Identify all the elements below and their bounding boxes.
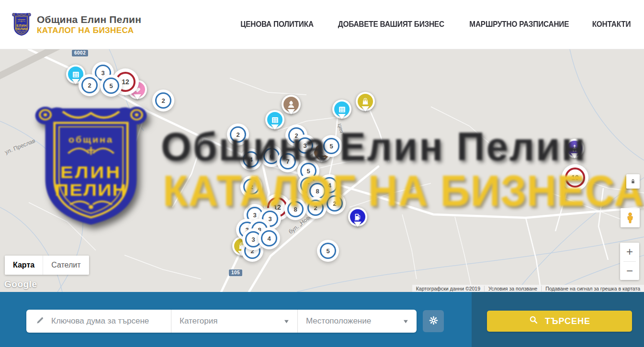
cluster-marker[interactable]: 3 — [247, 207, 263, 223]
category-pin-marker[interactable] — [565, 139, 584, 158]
worker-icon — [283, 97, 299, 112]
google-logo[interactable]: Google — [4, 279, 37, 290]
cluster-marker[interactable]: 2 — [230, 126, 246, 143]
bag-icon — [358, 94, 373, 109]
cluster-marker[interactable]: 2 — [243, 179, 260, 195]
map-type-satellite-button[interactable]: Сателит — [43, 256, 89, 275]
nav-item-add-business[interactable]: ДОБАВЕТЕ ВАШИЯТ БИЗНЕС — [338, 20, 444, 29]
cluster-marker[interactable]: 2 — [81, 77, 98, 93]
fuel-icon — [350, 209, 365, 224]
map-canvas[interactable]: ул. Преславбул. „Новоселция" 6002105 312… — [0, 49, 644, 292]
site-logo[interactable]: Община Елин Пелин КАТАЛОГ НА БИЗНЕСА — [11, 11, 141, 38]
zoom-out-button[interactable]: − — [620, 262, 639, 280]
nav-item-transport-schedule[interactable]: МАРШРУТНО РАЗПИСАНИЕ — [469, 20, 569, 29]
gear-icon — [429, 315, 439, 327]
location-dropdown-label: Местоположение — [306, 316, 371, 326]
category-pin-marker[interactable] — [265, 110, 284, 129]
cluster-marker[interactable]: 8 — [309, 183, 326, 199]
search-button-label: ТЪРСЕНЕ — [545, 316, 590, 326]
site-subtitle: КАТАЛОГ НА БИЗНЕСА — [37, 26, 141, 35]
cluster-marker[interactable]: 5 — [300, 163, 316, 179]
header: Община Елин Пелин КАТАЛОГ НА БИЗНЕСА ЦЕН… — [0, 0, 644, 49]
map-type-map-button[interactable]: Карта — [5, 256, 43, 275]
chevron-down-icon: ▼ — [283, 318, 290, 324]
category-pin-marker[interactable] — [332, 100, 351, 119]
cluster-marker[interactable]: 4 — [243, 151, 259, 168]
church-icon — [567, 141, 582, 156]
cluster-marker[interactable]: 5 — [323, 138, 339, 154]
factory-icon — [334, 101, 350, 117]
cluster-marker[interactable]: 3 — [245, 231, 261, 247]
chevron-down-icon: ▼ — [402, 318, 409, 324]
cluster-marker[interactable]: 2 — [155, 92, 171, 109]
search-bar-left: Категория ▼ Местоположение ▼ — [0, 292, 472, 347]
factory-icon — [267, 112, 282, 127]
category-dropdown[interactable]: Категория ▼ — [171, 310, 297, 333]
nav-item-contacts[interactable]: КОНТАКТИ — [592, 20, 631, 29]
zoom-in-button[interactable]: + — [620, 243, 639, 261]
advanced-settings-button[interactable] — [423, 310, 444, 332]
main-nav: ЦЕНОВА ПОЛИТИКА ДОБАВЕТЕ ВАШИЯТ БИЗНЕС М… — [239, 20, 632, 29]
cluster-marker[interactable]: 10 — [565, 168, 585, 188]
search-input-group: Категория ▼ Местоположение ▼ — [26, 310, 417, 333]
site-title: Община Елин Пелин — [37, 14, 141, 25]
search-bar-right: ТЪРСЕНЕ — [472, 292, 644, 347]
search-bar: Категория ▼ Местоположение ▼ ТЪРСЕНЕ — [0, 292, 644, 347]
cluster-marker[interactable]: 6 — [263, 148, 280, 164]
cluster-marker[interactable]: 5 — [320, 243, 336, 259]
cluster-marker[interactable]: 7 — [280, 153, 296, 169]
search-icon — [529, 315, 539, 327]
keyword-search-input[interactable] — [51, 316, 171, 326]
map-attribution: Картографски данни ©2019 Условия за полз… — [412, 285, 644, 292]
category-pin-marker[interactable] — [356, 92, 375, 111]
municipality-crest-icon — [11, 11, 32, 38]
attribution-report-link[interactable]: Подаване на сигнал за грешка в картата — [541, 286, 644, 291]
keyword-field-wrapper — [26, 310, 171, 333]
nav-item-pricing[interactable]: ЦЕНОВА ПОЛИТИКА — [240, 20, 314, 29]
factory-icon — [68, 67, 83, 82]
cluster-marker[interactable]: 3 — [297, 137, 313, 154]
map-type-control: Карта Сателит — [5, 256, 89, 275]
cluster-marker[interactable]: 5 — [103, 78, 119, 94]
cluster-marker[interactable]: 2 — [307, 200, 324, 216]
category-pin-marker[interactable] — [348, 207, 367, 226]
category-pin-marker[interactable] — [282, 95, 301, 114]
attribution-data: Картографски данни ©2019 — [412, 286, 484, 291]
lock-icon[interactable] — [626, 174, 640, 189]
pegman-icon[interactable] — [621, 208, 640, 227]
cluster-marker[interactable]: 2 — [327, 195, 343, 212]
attribution-terms-link[interactable]: Условия за ползване — [484, 286, 541, 291]
map-markers-layer: 312252223564752748221283338234510 — [0, 49, 644, 292]
category-dropdown-label: Категория — [180, 316, 217, 326]
search-button[interactable]: ТЪРСЕНЕ — [487, 311, 632, 332]
cluster-marker[interactable]: 4 — [261, 230, 277, 246]
cluster-marker[interactable]: 8 — [287, 201, 304, 217]
location-dropdown[interactable]: Местоположение ▼ — [298, 310, 417, 333]
pencil-icon — [35, 315, 45, 327]
zoom-control: + − — [620, 243, 639, 280]
